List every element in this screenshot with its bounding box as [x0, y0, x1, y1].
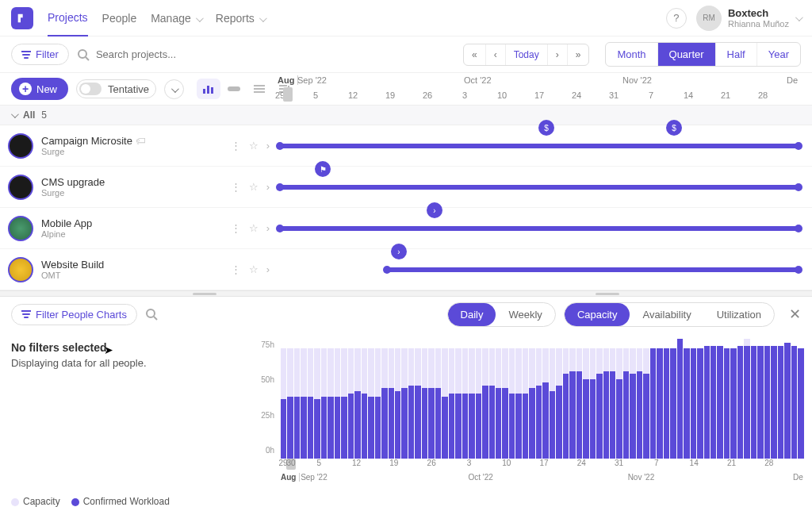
tentative-toggle[interactable]: Tentative	[76, 79, 156, 98]
chart-bar[interactable]	[496, 348, 501, 459]
chart-bar[interactable]	[784, 348, 790, 459]
chart-bar[interactable]	[529, 348, 534, 459]
chart-bar[interactable]	[281, 348, 286, 459]
project-row[interactable]: Campaign Microsite 🏷 Surge ⋮ ☆ › $$	[0, 125, 812, 167]
dropdown-button[interactable]	[164, 79, 184, 99]
view-chart-icon[interactable]	[197, 79, 220, 99]
more-icon[interactable]: ⋮	[231, 181, 241, 193]
group-header[interactable]: All 5	[0, 105, 812, 125]
chart-bar[interactable]	[536, 348, 542, 459]
chart-bar[interactable]	[677, 348, 683, 459]
chart-bar[interactable]	[348, 348, 354, 459]
metric-utilization[interactable]: Utilization	[704, 303, 774, 326]
milestone-icon[interactable]: ›	[427, 202, 442, 218]
account-menu[interactable]: RM Boxtech Rhianna Muñoz	[696, 6, 801, 31]
chart-bar[interactable]	[502, 348, 508, 459]
chart-bar[interactable]	[684, 348, 689, 459]
chart-bar[interactable]	[294, 348, 300, 459]
chart-bar[interactable]	[730, 348, 736, 459]
gantt-bar[interactable]	[385, 267, 801, 272]
search-icon[interactable]	[145, 308, 158, 321]
chart-bar[interactable]	[670, 348, 676, 459]
chart-bar[interactable]	[381, 348, 387, 459]
zoom-year[interactable]: Year	[757, 43, 800, 66]
view-pill-icon[interactable]	[222, 79, 246, 99]
app-logo[interactable]	[11, 7, 33, 29]
milestone-icon[interactable]: ⚑	[315, 161, 331, 177]
chart-bar[interactable]	[428, 348, 434, 459]
chart-bar[interactable]	[449, 348, 454, 459]
chart-bar[interactable]	[691, 348, 696, 459]
zoom-quarter[interactable]: Quarter	[658, 43, 716, 66]
chart-bar[interactable]	[455, 348, 461, 459]
chart-bar[interactable]	[341, 348, 347, 459]
zoom-half[interactable]: Half	[716, 43, 757, 66]
project-timeline[interactable]: ›	[278, 208, 804, 248]
project-row[interactable]: CMS upgrade Surge ⋮ ☆ › ⚑	[0, 167, 812, 208]
chart-bar[interactable]	[697, 348, 703, 459]
nav-prev[interactable]: ‹	[486, 44, 506, 65]
metric-availability[interactable]: Availability	[630, 303, 703, 326]
chart-bar[interactable]	[556, 348, 561, 459]
chart-bar[interactable]	[435, 348, 441, 459]
chart-bar[interactable]	[596, 348, 602, 459]
chart-bar[interactable]	[368, 348, 373, 459]
chart-bar[interactable]	[408, 348, 414, 459]
chart-bar[interactable]	[650, 348, 656, 459]
chart-bar[interactable]	[442, 348, 447, 459]
chart-bar[interactable]	[542, 348, 548, 459]
chart-bar[interactable]	[422, 348, 427, 459]
chart-bar[interactable]	[563, 348, 569, 459]
chart-bar[interactable]	[603, 348, 609, 459]
chart-bar[interactable]	[791, 348, 797, 459]
chart-bar[interactable]	[550, 348, 555, 459]
nav-last[interactable]: »	[568, 44, 589, 65]
chart-bar[interactable]	[314, 348, 320, 459]
filter-people-charts-button[interactable]: Filter People Charts	[11, 304, 137, 325]
chart-bar[interactable]	[509, 348, 515, 459]
more-icon[interactable]: ⋮	[231, 140, 241, 152]
chart-bar[interactable]	[362, 348, 367, 459]
chart-bar[interactable]	[704, 348, 710, 459]
chart-bar[interactable]	[482, 348, 488, 459]
chart-bar[interactable]	[664, 348, 669, 459]
more-icon[interactable]: ⋮	[231, 263, 241, 275]
chart-bar[interactable]	[657, 348, 662, 459]
project-row[interactable]: Website Build OMT ⋮ ☆ › ›	[0, 249, 812, 290]
chart-bar[interactable]	[717, 348, 722, 459]
milestone-icon[interactable]: $	[666, 120, 682, 136]
close-panel-button[interactable]: ✕	[789, 305, 801, 323]
chart-bar[interactable]	[643, 348, 649, 459]
chart-bar[interactable]	[616, 348, 622, 459]
chart-bar[interactable]	[757, 348, 763, 459]
chart-bar[interactable]	[737, 348, 743, 459]
chart-bar[interactable]	[469, 348, 474, 459]
milestone-icon[interactable]: ›	[391, 244, 407, 259]
chart-bar[interactable]	[301, 348, 306, 459]
chart-bar[interactable]	[724, 348, 730, 459]
chart-bar[interactable]	[489, 348, 495, 459]
chart-bar[interactable]	[569, 348, 575, 459]
gantt-bar[interactable]	[278, 144, 801, 148]
chart-bar[interactable]	[395, 348, 400, 459]
chevron-right-icon[interactable]: ›	[266, 263, 270, 275]
chart-bar[interactable]	[771, 348, 776, 459]
chart-bar[interactable]	[401, 348, 407, 459]
metric-capacity[interactable]: Capacity	[565, 303, 630, 326]
gantt-bar[interactable]	[278, 226, 801, 231]
new-button[interactable]: + New	[11, 78, 68, 100]
help-icon[interactable]: ?	[666, 8, 687, 29]
chart-bar[interactable]	[583, 348, 588, 459]
project-timeline[interactable]: ›	[278, 249, 804, 290]
star-icon[interactable]: ☆	[249, 222, 259, 234]
chart-bar[interactable]	[710, 348, 716, 459]
project-timeline[interactable]: ⚑	[278, 167, 804, 207]
chart-bar[interactable]	[751, 348, 756, 459]
nav-today[interactable]: Today	[506, 44, 548, 65]
chart-bar[interactable]	[523, 348, 528, 459]
view-list-icon[interactable]	[247, 79, 271, 99]
more-icon[interactable]: ⋮	[231, 222, 241, 234]
chevron-right-icon[interactable]: ›	[266, 140, 270, 152]
chart-bar[interactable]	[778, 348, 783, 459]
chevron-right-icon[interactable]: ›	[266, 222, 270, 234]
